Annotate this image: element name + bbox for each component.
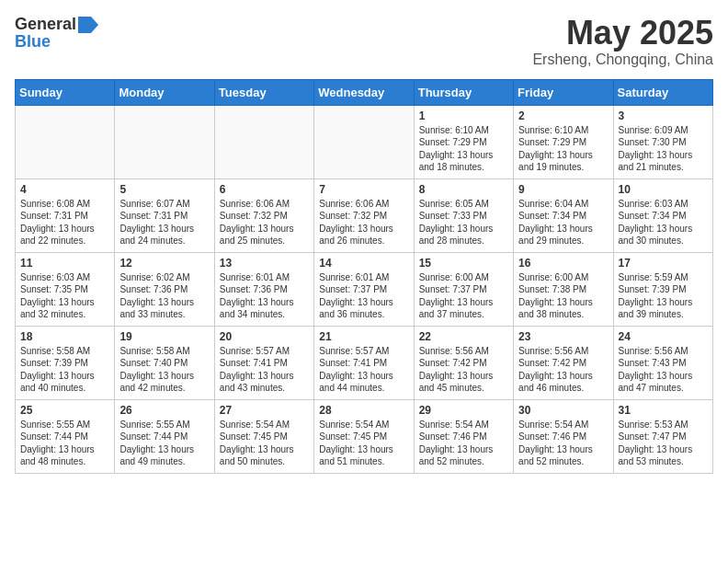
svg-marker-0 [78,17,98,33]
calendar-cell: 13Sunrise: 6:01 AM Sunset: 7:36 PM Dayli… [214,252,313,326]
calendar-cell: 22Sunrise: 5:56 AM Sunset: 7:42 PM Dayli… [414,326,513,399]
week-row-2: 4Sunrise: 6:08 AM Sunset: 7:31 PM Daylig… [16,178,713,252]
cell-content: Sunrise: 5:55 AM Sunset: 7:44 PM Dayligh… [20,419,109,468]
weekday-header-monday: Monday [115,79,214,105]
cell-content: Sunrise: 6:10 AM Sunset: 7:29 PM Dayligh… [419,124,508,174]
day-number: 28 [319,404,408,417]
cell-content: Sunrise: 5:59 AM Sunset: 7:39 PM Dayligh… [619,271,708,321]
day-number: 17 [619,257,708,270]
calendar-cell: 30Sunrise: 5:54 AM Sunset: 7:46 PM Dayli… [514,399,613,473]
day-number: 25 [20,404,109,417]
calendar-cell [314,105,414,178]
day-number: 1 [419,109,508,122]
calendar-cell: 3Sunrise: 6:09 AM Sunset: 7:30 PM Daylig… [613,105,712,178]
calendar-cell: 27Sunrise: 5:54 AM Sunset: 7:45 PM Dayli… [214,399,313,473]
calendar-cell: 28Sunrise: 5:54 AM Sunset: 7:45 PM Dayli… [314,399,414,473]
cell-content: Sunrise: 5:58 AM Sunset: 7:40 PM Dayligh… [119,345,209,395]
weekday-header-tuesday: Tuesday [214,79,313,105]
cell-content: Sunrise: 5:58 AM Sunset: 7:39 PM Dayligh… [20,345,109,395]
calendar-cell: 25Sunrise: 5:55 AM Sunset: 7:44 PM Dayli… [16,399,115,473]
day-number: 2 [518,109,608,122]
cell-content: Sunrise: 5:55 AM Sunset: 7:44 PM Dayligh… [119,419,209,468]
calendar-cell: 9Sunrise: 6:04 AM Sunset: 7:34 PM Daylig… [514,178,613,252]
cell-content: Sunrise: 6:03 AM Sunset: 7:34 PM Dayligh… [619,198,708,247]
logo-icon [78,17,98,33]
cell-content: Sunrise: 5:56 AM Sunset: 7:42 PM Dayligh… [518,345,608,395]
calendar-cell: 26Sunrise: 5:55 AM Sunset: 7:44 PM Dayli… [115,399,214,473]
day-number: 3 [619,109,708,122]
day-number: 4 [20,183,109,196]
calendar-cell: 10Sunrise: 6:03 AM Sunset: 7:34 PM Dayli… [613,178,712,252]
calendar-cell: 17Sunrise: 5:59 AM Sunset: 7:39 PM Dayli… [613,252,712,326]
calendar-cell: 15Sunrise: 6:00 AM Sunset: 7:37 PM Dayli… [414,252,513,326]
cell-content: Sunrise: 6:01 AM Sunset: 7:37 PM Dayligh… [319,271,408,321]
day-number: 8 [419,183,508,196]
calendar-cell [115,105,214,178]
calendar-cell: 2Sunrise: 6:10 AM Sunset: 7:29 PM Daylig… [514,105,613,178]
cell-content: Sunrise: 6:06 AM Sunset: 7:32 PM Dayligh… [319,198,408,247]
calendar-cell: 8Sunrise: 6:05 AM Sunset: 7:33 PM Daylig… [414,178,513,252]
week-row-4: 18Sunrise: 5:58 AM Sunset: 7:39 PM Dayli… [16,326,713,399]
day-number: 13 [220,257,309,270]
day-number: 31 [619,404,708,417]
cell-content: Sunrise: 6:06 AM Sunset: 7:32 PM Dayligh… [220,198,309,247]
day-number: 7 [319,183,408,196]
cell-content: Sunrise: 5:54 AM Sunset: 7:46 PM Dayligh… [518,419,608,468]
calendar-cell: 14Sunrise: 6:01 AM Sunset: 7:37 PM Dayli… [314,252,414,326]
day-number: 9 [518,183,608,196]
cell-content: Sunrise: 5:57 AM Sunset: 7:41 PM Dayligh… [220,345,309,395]
cell-content: Sunrise: 6:00 AM Sunset: 7:38 PM Dayligh… [518,271,608,321]
weekday-header-wednesday: Wednesday [314,79,414,105]
calendar-cell: 19Sunrise: 5:58 AM Sunset: 7:40 PM Dayli… [115,326,214,399]
calendar-cell: 6Sunrise: 6:06 AM Sunset: 7:32 PM Daylig… [214,178,313,252]
week-row-1: 1Sunrise: 6:10 AM Sunset: 7:29 PM Daylig… [16,105,713,178]
day-number: 16 [518,257,608,270]
day-number: 27 [220,404,309,417]
month-year: May 2025 [532,15,713,52]
calendar-cell: 20Sunrise: 5:57 AM Sunset: 7:41 PM Dayli… [214,326,313,399]
cell-content: Sunrise: 5:54 AM Sunset: 7:45 PM Dayligh… [220,419,309,468]
cell-content: Sunrise: 5:54 AM Sunset: 7:46 PM Dayligh… [419,419,508,468]
calendar-cell: 24Sunrise: 5:56 AM Sunset: 7:43 PM Dayli… [613,326,712,399]
day-number: 12 [119,257,209,270]
day-number: 19 [119,330,209,343]
weekday-header-row: SundayMondayTuesdayWednesdayThursdayFrid… [16,79,713,105]
location: Ersheng, Chongqing, China [532,52,713,68]
calendar-cell: 16Sunrise: 6:00 AM Sunset: 7:38 PM Dayli… [514,252,613,326]
cell-content: Sunrise: 6:08 AM Sunset: 7:31 PM Dayligh… [20,198,109,247]
cell-content: Sunrise: 6:07 AM Sunset: 7:31 PM Dayligh… [119,198,209,247]
calendar-cell: 18Sunrise: 5:58 AM Sunset: 7:39 PM Dayli… [16,326,115,399]
calendar-cell: 21Sunrise: 5:57 AM Sunset: 7:41 PM Dayli… [314,326,414,399]
cell-content: Sunrise: 5:57 AM Sunset: 7:41 PM Dayligh… [319,345,408,395]
calendar-cell: 5Sunrise: 6:07 AM Sunset: 7:31 PM Daylig… [115,178,214,252]
day-number: 10 [619,183,708,196]
cell-content: Sunrise: 6:05 AM Sunset: 7:33 PM Dayligh… [419,198,508,247]
cell-content: Sunrise: 5:56 AM Sunset: 7:42 PM Dayligh… [419,345,508,395]
cell-content: Sunrise: 5:54 AM Sunset: 7:45 PM Dayligh… [319,419,408,468]
calendar-cell [214,105,313,178]
cell-content: Sunrise: 6:02 AM Sunset: 7:36 PM Dayligh… [119,271,209,321]
day-number: 11 [20,257,109,270]
week-row-3: 11Sunrise: 6:03 AM Sunset: 7:35 PM Dayli… [16,252,713,326]
day-number: 5 [119,183,209,196]
cell-content: Sunrise: 6:09 AM Sunset: 7:30 PM Dayligh… [619,124,708,174]
day-number: 26 [119,404,209,417]
title-block: May 2025 Ersheng, Chongqing, China [532,15,713,68]
day-number: 18 [20,330,109,343]
day-number: 23 [518,330,608,343]
calendar-cell: 7Sunrise: 6:06 AM Sunset: 7:32 PM Daylig… [314,178,414,252]
calendar-cell: 1Sunrise: 6:10 AM Sunset: 7:29 PM Daylig… [414,105,513,178]
logo-blue-text: Blue [15,32,51,52]
cell-content: Sunrise: 6:10 AM Sunset: 7:29 PM Dayligh… [518,124,608,174]
weekday-header-thursday: Thursday [414,79,513,105]
weekday-header-sunday: Sunday [16,79,115,105]
day-number: 14 [319,257,408,270]
calendar-cell [16,105,115,178]
day-number: 29 [419,404,508,417]
day-number: 22 [419,330,508,343]
cell-content: Sunrise: 6:04 AM Sunset: 7:34 PM Dayligh… [518,198,608,247]
week-row-5: 25Sunrise: 5:55 AM Sunset: 7:44 PM Dayli… [16,399,713,473]
day-number: 21 [319,330,408,343]
cell-content: Sunrise: 5:53 AM Sunset: 7:47 PM Dayligh… [619,419,708,468]
calendar-cell: 29Sunrise: 5:54 AM Sunset: 7:46 PM Dayli… [414,399,513,473]
